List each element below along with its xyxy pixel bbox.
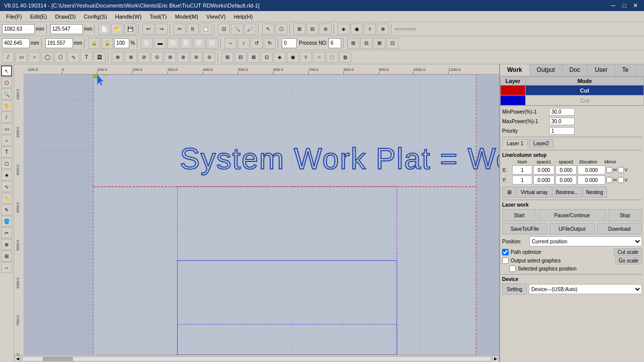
max-power-value[interactable]: 30.0 (549, 118, 575, 125)
laser-btn4[interactable]: ⊕ (377, 24, 389, 35)
copy-btn[interactable]: ⎘ (187, 24, 199, 35)
line-btn[interactable]: / (2, 52, 14, 63)
flip-v-btn[interactable]: ↕ (237, 38, 250, 49)
y-space1-input[interactable] (533, 175, 554, 185)
download-btn[interactable]: Download (597, 223, 642, 234)
close-button[interactable]: ✕ (631, 2, 640, 10)
scroll-left-btn[interactable]: ◀ (14, 355, 21, 363)
draw-btn4[interactable]: ⊙ (151, 52, 163, 63)
tab-te[interactable]: Te (615, 64, 636, 76)
menu-help[interactable]: Help(H) (229, 13, 257, 21)
poly-btn[interactable]: ⬡ (54, 52, 66, 63)
draw-btn6[interactable]: ⊛ (177, 52, 189, 63)
x-mirror-h-check[interactable] (606, 167, 612, 173)
array-tool[interactable]: ⊞ (1, 250, 12, 261)
star-tool[interactable]: ★ (1, 169, 12, 180)
cut-tool[interactable]: ✂ (1, 227, 12, 238)
node-tool[interactable]: ⬡ (1, 77, 12, 88)
maximize-button[interactable]: □ (620, 2, 629, 10)
draw-btn3[interactable]: ⊘ (138, 52, 150, 63)
group-btn[interactable]: ⊞ (347, 38, 359, 49)
virtual-array-btn[interactable]: Virtual array (517, 187, 551, 198)
align-right-btn[interactable]: ⬜ (167, 38, 179, 49)
zoom-in-btn[interactable]: 🔍 (231, 24, 243, 35)
spiro-tool[interactable]: ∿ (1, 181, 12, 192)
measure-tool[interactable]: 📏 (1, 193, 12, 204)
combine-btn[interactable]: ⊠ (373, 38, 385, 49)
output-select-check[interactable] (502, 257, 509, 264)
array-icon-btn[interactable]: ⊞ (502, 187, 516, 198)
draw-btn2[interactable]: ⊗ (125, 52, 137, 63)
coord-y-input[interactable] (50, 24, 83, 34)
menu-config[interactable]: Config(S) (79, 13, 111, 21)
align-btn[interactable]: ⊜ (319, 24, 332, 35)
tab-doc[interactable]: Doc (562, 64, 588, 76)
x-num-input[interactable] (512, 165, 532, 174)
lock-btn[interactable]: 🔒 (88, 38, 100, 49)
redo-btn[interactable]: ↪ (155, 24, 168, 35)
text-btn[interactable]: T (80, 52, 93, 63)
pan-tool[interactable]: ✋ (1, 100, 12, 111)
y-location-input[interactable] (578, 175, 605, 185)
x-location-input[interactable] (578, 165, 605, 174)
y-mirror-v-check[interactable] (618, 177, 624, 183)
unlock-btn[interactable]: 🔓 (101, 38, 113, 49)
circle-btn[interactable]: ○ (28, 52, 40, 63)
laser2-tab[interactable]: Laser2 (529, 139, 553, 148)
menu-draw[interactable]: Draw(D) (51, 13, 79, 21)
align-mid-btn[interactable]: ⬜ (193, 38, 205, 49)
hscrollbar[interactable]: ◀ ▶ (14, 355, 499, 362)
align-left-btn[interactable]: ⬜ (141, 38, 153, 49)
line-tool[interactable]: / (1, 112, 12, 123)
ellipse-btn[interactable]: ◯ (41, 52, 53, 63)
path-btn4[interactable]: ⊡ (261, 52, 273, 63)
cut-btn[interactable]: ✂ (174, 24, 186, 35)
layer-2-mode[interactable]: Cut (526, 96, 644, 106)
tab-output[interactable]: Output (530, 64, 562, 76)
zoom-tool[interactable]: 🔍 (1, 88, 12, 100)
x-space2-input[interactable] (555, 165, 577, 174)
laser1-tab[interactable]: Laser 1 (502, 139, 528, 148)
cut-scale-btn[interactable]: Cut scale (614, 248, 642, 256)
flip-h-btn[interactable]: ↔ (224, 38, 236, 49)
menu-edit[interactable]: Edit(E) (26, 13, 51, 21)
rotate-r-btn[interactable]: ↻ (264, 38, 276, 49)
start-btn[interactable]: Start (502, 209, 536, 221)
align-center-btn[interactable]: ▬ (154, 38, 166, 49)
y-num-input[interactable] (512, 175, 532, 185)
path-btn2[interactable]: ⊟ (234, 52, 247, 63)
mirror-tool[interactable]: ↔ (1, 262, 12, 273)
grid-btn[interactable]: ⊞ (293, 24, 305, 35)
zoom-out-btn[interactable]: 🔎 (244, 24, 256, 35)
path-optimize-check[interactable] (502, 249, 509, 255)
poly-tool[interactable]: ⬡ (1, 158, 12, 169)
path-btn10[interactable]: ◍ (339, 52, 351, 63)
min-power-value[interactable]: 30.0 (549, 108, 575, 116)
laser-btn3[interactable]: ◊ (364, 24, 376, 35)
coord-x-input[interactable] (2, 24, 35, 34)
laser-btn2[interactable]: ◉ (351, 24, 363, 35)
align-top-btn[interactable]: ⬜ (180, 38, 192, 49)
draw-btn8[interactable]: ⊝ (203, 52, 215, 63)
bestrew-btn[interactable]: Bestrew... (552, 187, 582, 198)
select-tool[interactable]: ↖ (1, 65, 12, 76)
undo-btn[interactable]: ↩ (142, 24, 154, 35)
rect-tool[interactable]: ▭ (1, 123, 12, 134)
rect-btn[interactable]: ▭ (15, 52, 27, 63)
image-btn[interactable]: 🖼 (94, 52, 106, 63)
layer-1-mode[interactable]: Cut (526, 85, 644, 96)
align-bot-btn[interactable]: ⬜ (206, 38, 218, 49)
path-btn5[interactable]: ◈ (274, 52, 286, 63)
tab-user[interactable]: User (588, 64, 615, 76)
text-tool[interactable]: T (1, 146, 12, 157)
path-btn7[interactable]: ◊ (300, 52, 312, 63)
x-mirror-v-check[interactable] (618, 167, 624, 173)
draw-btn5[interactable]: ⊚ (164, 52, 176, 63)
path-btn6[interactable]: ◉ (287, 52, 299, 63)
nesting-btn[interactable]: Nesting (583, 187, 607, 198)
tab-work[interactable]: Work (500, 64, 530, 76)
coord-y2-input[interactable] (45, 38, 73, 48)
path-btn1[interactable]: ⊞ (221, 52, 233, 63)
laser-btn1[interactable]: ◈ (338, 24, 350, 35)
device-select[interactable]: Device---(USB:Auto) Device---(COM1) (529, 284, 642, 294)
